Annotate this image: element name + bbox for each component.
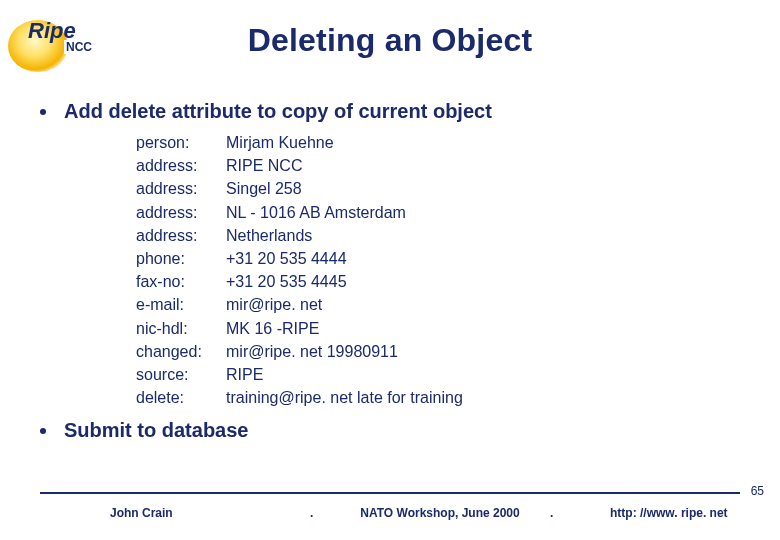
attr-key: address: bbox=[136, 154, 226, 177]
attr-row: address: RIPE NCC bbox=[136, 154, 740, 177]
attr-val: RIPE bbox=[226, 363, 740, 386]
attr-row: changed: mir@ripe. net 19980911 bbox=[136, 340, 740, 363]
attr-val: RIPE NCC bbox=[226, 154, 740, 177]
attr-row: person: Mirjam Kuehne bbox=[136, 131, 740, 154]
bullet-item: Submit to database bbox=[40, 419, 740, 442]
attr-row: e-mail: mir@ripe. net bbox=[136, 293, 740, 316]
attr-val: MK 16 -RIPE bbox=[226, 317, 740, 340]
slide-title: Deleting an Object bbox=[0, 0, 780, 59]
attr-row: nic-hdl: MK 16 -RIPE bbox=[136, 317, 740, 340]
attr-row: phone: +31 20 535 4444 bbox=[136, 247, 740, 270]
footer-event: NATO Workshop, June 2000 bbox=[330, 506, 550, 520]
attr-val: NL - 1016 AB Amsterdam bbox=[226, 201, 740, 224]
attr-key: person: bbox=[136, 131, 226, 154]
bullet-icon bbox=[40, 428, 46, 434]
bullet-icon bbox=[40, 109, 46, 115]
attr-row: address: NL - 1016 AB Amsterdam bbox=[136, 201, 740, 224]
attr-row: delete: training@ripe. net late for trai… bbox=[136, 386, 740, 409]
attr-key: e-mail: bbox=[136, 293, 226, 316]
attr-key: fax-no: bbox=[136, 270, 226, 293]
attr-val: +31 20 535 4444 bbox=[226, 247, 740, 270]
slide-body: Add delete attribute to copy of current … bbox=[40, 100, 740, 450]
attr-val: Netherlands bbox=[226, 224, 740, 247]
attr-key: address: bbox=[136, 224, 226, 247]
attr-val: mir@ripe. net 19980911 bbox=[226, 340, 740, 363]
footer: John Crain . NATO Workshop, June 2000 . … bbox=[40, 506, 740, 520]
page-number: 65 bbox=[751, 484, 764, 498]
attr-key: phone: bbox=[136, 247, 226, 270]
attr-val: Mirjam Kuehne bbox=[226, 131, 740, 154]
attr-key: address: bbox=[136, 177, 226, 200]
attr-key: address: bbox=[136, 201, 226, 224]
bullet-text-1: Add delete attribute to copy of current … bbox=[64, 100, 492, 123]
ripe-ncc-logo: Ripe NCC bbox=[8, 12, 98, 72]
footer-separator: . bbox=[310, 506, 330, 520]
attr-row: fax-no: +31 20 535 4445 bbox=[136, 270, 740, 293]
attr-val: +31 20 535 4445 bbox=[226, 270, 740, 293]
attr-val: mir@ripe. net bbox=[226, 293, 740, 316]
bullet-text-2: Submit to database bbox=[64, 419, 248, 442]
footer-author: John Crain bbox=[40, 506, 310, 520]
footer-url: http: //www. ripe. net bbox=[570, 506, 740, 520]
attr-row: address: Netherlands bbox=[136, 224, 740, 247]
bullet-item: Add delete attribute to copy of current … bbox=[40, 100, 740, 123]
slide: Ripe NCC Deleting an Object Add delete a… bbox=[0, 0, 780, 540]
attr-key: delete: bbox=[136, 386, 226, 409]
attr-val: training@ripe. net late for training bbox=[226, 386, 740, 409]
footer-separator: . bbox=[550, 506, 570, 520]
logo-sub-text: NCC bbox=[64, 40, 94, 54]
attribute-block: person: Mirjam Kuehne address: RIPE NCC … bbox=[136, 131, 740, 409]
attr-val: Singel 258 bbox=[226, 177, 740, 200]
attr-key: changed: bbox=[136, 340, 226, 363]
attr-row: source: RIPE bbox=[136, 363, 740, 386]
footer-divider bbox=[40, 492, 740, 494]
attr-row: address: Singel 258 bbox=[136, 177, 740, 200]
attr-key: nic-hdl: bbox=[136, 317, 226, 340]
attr-key: source: bbox=[136, 363, 226, 386]
